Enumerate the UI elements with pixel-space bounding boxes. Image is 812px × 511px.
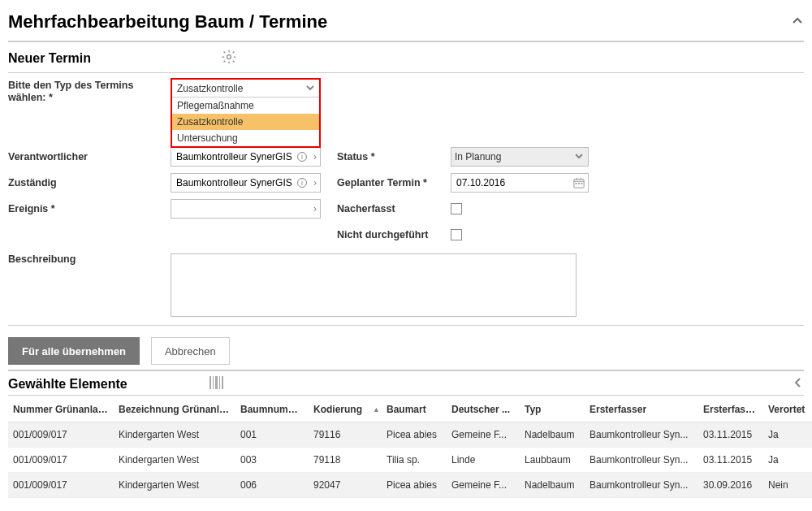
table-header-cell[interactable]: Baumart [382, 397, 447, 422]
chevron-left-icon[interactable] [793, 377, 804, 391]
table-cell: 03.11.2015 [698, 448, 763, 473]
desc-textarea[interactable] [171, 253, 577, 317]
event-label: Ereignis * [8, 203, 171, 214]
table-header-cell[interactable]: Ersterfass... [698, 397, 763, 422]
chevron-right-icon[interactable]: › [313, 177, 317, 188]
afterrec-label: Nacherfasst [337, 203, 451, 214]
type-dropdown-selected-label: Zusatzkontrolle [177, 83, 243, 94]
table-cell: 006 [235, 473, 309, 498]
table-row[interactable]: 001/009/017Kindergarten West00379118Tili… [8, 448, 812, 473]
collapse-icon[interactable] [791, 15, 804, 30]
assigned-input-field[interactable] [175, 176, 317, 189]
info-icon[interactable]: i [297, 152, 307, 162]
afterrec-checkbox[interactable] [451, 203, 462, 214]
table-cell: 79116 [309, 422, 382, 448]
status-value: In Planung [455, 151, 501, 162]
table-cell: 03.11.2015 [698, 422, 763, 448]
chevron-down-icon [575, 151, 583, 162]
svg-rect-5 [576, 183, 577, 184]
table-cell: Baumkontrolleur Syn... [585, 422, 698, 448]
table-cell: 79118 [309, 448, 382, 473]
calendar-icon[interactable] [573, 177, 585, 188]
table-cell: Linde [447, 448, 520, 473]
table-header-cell[interactable]: Ersterfasser [585, 397, 698, 422]
table-cell: 92047 [309, 473, 382, 498]
responsible-input[interactable]: i › [171, 147, 321, 167]
table-cell: Ja [763, 448, 812, 473]
table-header-cell[interactable]: Nummer Grünanlage [8, 397, 114, 422]
chevron-down-icon [306, 83, 314, 94]
table-cell: 003 [235, 448, 309, 473]
responsible-label: Verantwortlicher [8, 151, 171, 162]
event-input-field[interactable] [175, 202, 317, 215]
table-cell: Baumkontrolleur Syn... [585, 448, 698, 473]
table-cell: 001/009/017 [8, 448, 114, 473]
barcode-icon[interactable] [209, 375, 225, 393]
chevron-right-icon[interactable]: › [313, 203, 317, 214]
svg-rect-6 [578, 183, 580, 184]
table-cell: Nein [763, 473, 812, 498]
section-new-title: Neuer Termin [8, 51, 91, 66]
info-icon[interactable]: i [297, 178, 307, 188]
svg-rect-10 [215, 376, 218, 389]
apply-all-button[interactable]: Für alle übernehmen [8, 337, 140, 365]
table-header-row: Nummer GrünanlageBezeichnung GrünanlageB… [8, 397, 812, 422]
table-cell: Kindergarten West [114, 422, 235, 448]
planned-date-input[interactable] [451, 173, 589, 193]
type-dropdown-open[interactable]: Zusatzkontrolle PflegemaßnahmeZusatzkont… [171, 78, 321, 148]
table-header-cell[interactable]: Typ [520, 397, 585, 422]
type-dropdown-option[interactable]: Zusatzkontrolle [172, 114, 319, 130]
results-table: Nummer GrünanlageBezeichnung GrünanlageB… [8, 397, 812, 498]
event-input[interactable]: › [171, 199, 321, 219]
svg-rect-7 [581, 183, 583, 184]
table-header-cell[interactable]: Verortet [763, 397, 812, 422]
table-header-cell[interactable]: Kodierung▲ [309, 397, 382, 422]
assigned-label: Zuständig [8, 177, 171, 188]
table-cell: Kindergarten West [114, 448, 235, 473]
notdone-checkbox[interactable] [451, 229, 462, 240]
table-cell: Nadelbaum [520, 422, 585, 448]
table-cell: 30.09.2016 [698, 473, 763, 498]
type-dropdown-option[interactable]: Pflegemaßnahme [172, 97, 319, 114]
type-dropdown-option[interactable]: Untersuchung [172, 130, 319, 146]
table-header-cell[interactable]: Baumnummer [235, 397, 309, 422]
svg-point-0 [227, 55, 231, 59]
section-selected-title: Gewählte Elemente [8, 377, 127, 392]
table-cell: 001 [235, 422, 309, 448]
table-cell: Nadelbaum [520, 473, 585, 498]
table-cell: Gemeine F... [447, 422, 520, 448]
table-cell: Tilia sp. [382, 448, 447, 473]
page-title: Mehrfachbearbeitung Baum / Termine [8, 11, 327, 32]
sort-asc-icon: ▲ [373, 405, 380, 414]
table-row[interactable]: 001/009/017Kindergarten West00179116Pice… [8, 422, 812, 448]
svg-rect-12 [222, 376, 223, 389]
desc-label: Beschreibung [8, 253, 171, 317]
status-select[interactable]: In Planung [451, 147, 589, 167]
svg-rect-8 [209, 376, 211, 389]
table-cell: Gemeine F... [447, 473, 520, 498]
planned-date-field[interactable] [455, 176, 585, 189]
cancel-button[interactable]: Abbrechen [151, 337, 230, 365]
table-cell: Picea abies [382, 422, 447, 448]
table-header-cell[interactable]: Bezeichnung Grünanlage [114, 397, 235, 422]
chevron-right-icon[interactable]: › [313, 151, 317, 162]
svg-rect-9 [213, 376, 214, 389]
gear-icon[interactable] [221, 49, 237, 67]
status-label: Status * [337, 151, 451, 162]
assigned-input[interactable]: i › [171, 173, 321, 193]
table-cell: Picea abies [382, 473, 447, 498]
table-cell: 001/009/017 [8, 422, 114, 448]
table-cell: 001/009/017 [8, 473, 114, 498]
table-cell: Baumkontrolleur Syn... [585, 473, 698, 498]
table-cell: Kindergarten West [114, 473, 235, 498]
table-row[interactable]: 001/009/017Kindergarten West00692047Pice… [8, 473, 812, 498]
planned-label: Geplanter Termin * [337, 177, 451, 188]
type-dropdown-selected[interactable]: Zusatzkontrolle [172, 80, 319, 97]
type-label: Bitte den Typ des Termins wählen: * [8, 80, 171, 104]
responsible-input-field[interactable] [175, 150, 317, 163]
svg-rect-11 [219, 376, 220, 389]
table-header-cell[interactable]: Deutscher ... [447, 397, 520, 422]
notdone-label: Nicht durchgeführt [337, 229, 451, 240]
table-cell: Laubbaum [520, 448, 585, 473]
table-cell: Ja [763, 422, 812, 448]
